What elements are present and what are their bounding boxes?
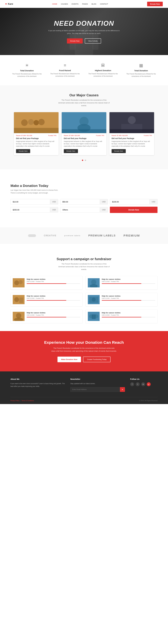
campaign-card-2: Help for cancer victims USD 22,563 Funde…	[86, 276, 157, 290]
campaign-image-6	[88, 312, 100, 321]
grid-icon: ▦	[125, 63, 157, 68]
campaign-progress-fill-3	[27, 300, 66, 301]
cta-donate-button[interactable]: Make Donation Now	[58, 356, 81, 362]
campaign-progress-fill-1	[27, 283, 66, 284]
footer-privacy-link[interactable]: Privacy Policy	[11, 400, 20, 402]
svg-point-5	[21, 120, 28, 126]
footer-social: f t in g+	[130, 382, 157, 386]
cause-name-2: Did not find your Package	[64, 137, 104, 140]
hero-donate-button[interactable]: Donate Now	[67, 38, 83, 44]
nav-home[interactable]: HOME	[52, 3, 57, 5]
nav-pages[interactable]: PAGES	[82, 3, 88, 5]
svg-point-19	[14, 280, 19, 285]
campaign-funded-1: Funded 74%	[36, 281, 44, 282]
campaign-info-5: Help for cancer victims USD 22,563 Funde…	[27, 312, 80, 321]
campaign-meta-4: USD 22,563 Funded 74%	[102, 298, 155, 299]
donation-currency-4: USD	[50, 207, 58, 212]
campaign-name-3: Help for cancer victims	[27, 295, 80, 297]
campaign-image-2	[88, 278, 100, 288]
cause-image-svg-2	[62, 112, 106, 133]
donation-amount-1-wrap: USD	[11, 199, 58, 204]
cause-image-2	[62, 112, 106, 133]
campaign-amount-6: USD 22,563	[102, 314, 110, 316]
campaign-info-6: Help for cancer victims USD 22,563 Funde…	[102, 312, 155, 321]
campaign-progress-bar-2	[102, 283, 155, 284]
donation-amount-2-wrap: USD	[60, 199, 108, 204]
stats-bar: ☀ Total Donation The French Revolutionca…	[0, 55, 168, 85]
campaign-progress-fill-4	[102, 300, 141, 301]
nav-events[interactable]: EVENTS	[72, 3, 78, 5]
nav-blog[interactable]: BLOG	[92, 3, 96, 5]
donation-currency-2: USD	[100, 199, 108, 204]
dot-2[interactable]	[85, 160, 86, 161]
campaign-info-1: Help for cancer victims USD 22,563 Funde…	[27, 278, 80, 288]
partners-section: CREATIVE premium labels PREMIUM LABELS P…	[0, 228, 168, 244]
googleplus-icon[interactable]: g+	[147, 382, 151, 386]
campaign-grid: Help for cancer victims USD 22,563 Funde…	[11, 276, 157, 323]
nav-contact[interactable]: CONTACT	[100, 3, 108, 5]
partner-bar-1	[28, 234, 36, 237]
campaign-funded-2: Funded 74%	[111, 281, 119, 282]
cause-body-1: Did not find your Package Inappropriate …	[14, 137, 59, 155]
twitter-icon[interactable]: t	[136, 382, 140, 386]
hero-activity-button[interactable]: View Activity	[85, 38, 101, 44]
campaign-card-6: Help for cancer victims USD 22,563 Funde…	[86, 310, 157, 323]
navbar-donate-button[interactable]: Donate Now	[147, 2, 163, 6]
donation-amount-3-input[interactable]	[110, 199, 149, 204]
hero-title: NEED DONATION	[47, 20, 121, 27]
campaign-card-3: Help for cancer victims USD 22,563 Funde…	[11, 293, 82, 306]
donation-currency-1: USD	[50, 199, 58, 204]
doc-icon: ≡	[49, 63, 81, 68]
facebook-icon[interactable]: f	[130, 382, 134, 386]
svg-rect-17	[109, 129, 154, 133]
linkedin-icon[interactable]: in	[141, 382, 145, 386]
svg-point-22	[91, 280, 96, 285]
cause-donate-btn-1[interactable]: Donate Here	[16, 149, 30, 153]
donation-amount-4-input[interactable]	[11, 207, 50, 212]
cta-subtitle: The French Revolution constituted for th…	[51, 347, 117, 352]
svg-point-29	[92, 298, 96, 302]
donation-amount-5-input[interactable]	[60, 207, 100, 212]
campaign-img-svg-1	[13, 278, 25, 288]
donation-amount-1-input[interactable]	[11, 199, 50, 204]
campaign-progress-bar-4	[102, 300, 155, 301]
donation-amount-2-input[interactable]	[60, 199, 100, 204]
donation-submit-button[interactable]: Donate Now	[110, 207, 157, 213]
footer-terms-link[interactable]: Terms & Conditions	[21, 400, 34, 402]
campaign-image-3	[13, 295, 25, 304]
donation-amount-5-wrap: USD	[60, 207, 108, 213]
causes-subtitle: The French Revolution constituted for th…	[58, 99, 110, 107]
campaign-meta-1: USD 22,563 Funded 74%	[27, 281, 80, 282]
causes-title: Our Major Causes	[11, 93, 157, 97]
stat-total-donation-2: ▦ Total Donation The French Revolutionca…	[122, 60, 160, 80]
footer-newsletter-title: Newsletter	[70, 378, 125, 380]
campaign-card-5: Help for cancer victims USD 22,563 Funde…	[11, 310, 82, 323]
svg-point-6	[28, 119, 34, 125]
cause-image-3	[109, 112, 154, 133]
cause-raised-1: Raised: $7,689 / $10,000	[16, 135, 32, 136]
dot-1[interactable]	[82, 160, 83, 161]
campaign-img-svg-5	[13, 312, 25, 321]
donation-section: Make a Donation Today Las Vegas has more…	[0, 174, 168, 222]
cause-card-1: Raised: $7,689 / $10,000 Funded 74% Did …	[14, 112, 59, 155]
cause-body-3: Did not find your Package Inappropriate …	[109, 137, 154, 155]
campaign-image-5	[13, 312, 25, 321]
cause-donate-btn-3[interactable]: Donate Here	[112, 149, 126, 153]
stat-title-3: Highest Donation	[87, 69, 119, 72]
footer-email-input[interactable]	[70, 387, 120, 392]
campaign-progress-bar-3	[27, 300, 80, 301]
campaign-amount-3: USD 22,563	[27, 298, 35, 299]
campaign-amount-5: USD 22,563	[27, 314, 35, 316]
nav-causes[interactable]: CAUSES	[61, 3, 68, 5]
cause-funded-1: Funded 74%	[48, 135, 56, 136]
campaign-subtitle: The French Revolution constituted for th…	[58, 263, 110, 271]
cause-image-svg-1	[14, 112, 59, 133]
footer-newsletter-submit[interactable]: ➤	[120, 387, 125, 392]
partner-premium-labels-2: PREMIUM LABELS	[88, 234, 116, 237]
campaign-meta-3: USD 22,563 Funded 74%	[27, 298, 80, 299]
cta-title: Experience How your Donation Can Reach	[11, 340, 157, 345]
campaign-progress-fill-6	[102, 317, 141, 318]
campaign-progress-fill-2	[102, 283, 141, 284]
cta-fundraise-button[interactable]: Create Fundraising Today	[83, 356, 110, 362]
cause-donate-btn-2[interactable]: Donate Here	[64, 149, 78, 153]
